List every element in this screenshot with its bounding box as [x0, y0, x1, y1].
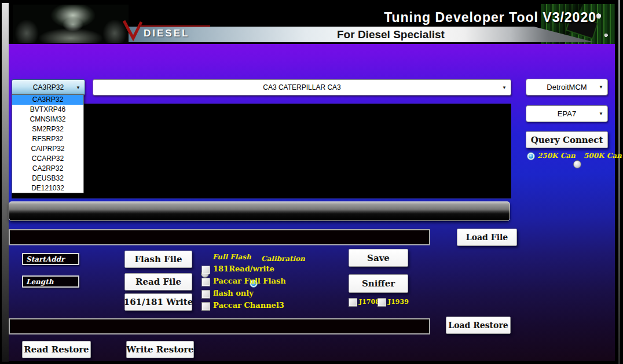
- console-output-box: [12, 104, 511, 198]
- list-item[interactable]: DE121032: [12, 183, 83, 193]
- flash-only-label: flash only: [213, 289, 254, 297]
- can-250k-label: 250K Can: [537, 152, 576, 160]
- paccar-channel3-checkbox[interactable]: [201, 302, 210, 311]
- ecu-combo-value: CA3 CATERPILLAR CA3: [263, 83, 341, 91]
- skull-logo-image: [13, 5, 129, 43]
- chevron-down-icon[interactable]: ▼: [76, 85, 80, 90]
- module-combo-value: DetroitMCM: [547, 83, 587, 91]
- ecu-combo[interactable]: CA3 CATERPILLAR CA3 ▼: [93, 79, 511, 95]
- device-list: CA3RP32 BVTXRP46 CMNSIM32 SM2RP32 RFSRP3…: [12, 94, 84, 193]
- file-path-field[interactable]: [9, 229, 430, 245]
- list-item[interactable]: CA2RP32: [12, 163, 83, 173]
- module-combo[interactable]: DetroitMCM ▼: [526, 79, 608, 95]
- device-combo[interactable]: CA3RP32 ▼: [12, 79, 85, 95]
- list-item[interactable]: CA3RP32: [12, 95, 83, 105]
- list-item[interactable]: BVTXRP46: [12, 105, 83, 115]
- calibration-label: Calibration: [261, 255, 305, 263]
- sniffer-button[interactable]: Sniffer: [349, 274, 408, 293]
- restore-path-field[interactable]: [9, 318, 430, 334]
- window-frame-left: [2, 3, 9, 362]
- load-file-button[interactable]: Load File: [457, 229, 517, 246]
- 181-read-write-checkbox[interactable]: [201, 266, 210, 274]
- window-frame-right: [618, 0, 620, 364]
- list-item[interactable]: CAIPRP32: [12, 144, 83, 154]
- 181-read-write-label: 181Read/write: [213, 264, 274, 273]
- paccar-full-flash-label: Paccar Full Flash: [213, 277, 286, 285]
- chevron-down-icon[interactable]: ▼: [599, 111, 603, 116]
- save-button[interactable]: Save: [349, 249, 408, 267]
- can-500k-label: 500K Can: [584, 152, 622, 160]
- list-item[interactable]: CCARP32: [12, 153, 83, 163]
- j1939-label: J1939: [388, 298, 409, 306]
- chevron-down-icon[interactable]: ▼: [599, 84, 603, 90]
- epa-combo[interactable]: EPA7 ▼: [526, 105, 608, 122]
- app-subtitle: For Diesel Specialist: [337, 28, 445, 41]
- start-addr-input[interactable]: StartAddr: [22, 253, 79, 265]
- read-file-button[interactable]: Read File: [124, 273, 192, 291]
- app-title: Tuning Developer Tool V3/2020: [384, 10, 596, 25]
- j1708-label: J1708: [359, 298, 380, 306]
- paccar-channel3-label: Paccar Channel3: [213, 301, 284, 310]
- header-banner: DIESEL Tuning Developer Tool V3/2020 For…: [9, 4, 615, 44]
- j1939-checkbox[interactable]: [378, 298, 386, 307]
- flash-file-button[interactable]: Flash File: [124, 251, 192, 268]
- length-input[interactable]: Length: [22, 275, 79, 288]
- brand-name: DIESEL: [144, 28, 189, 39]
- read-restore-button[interactable]: Read Restore: [22, 341, 91, 358]
- j1708-checkbox[interactable]: [349, 298, 357, 307]
- query-connect-button[interactable]: Query Connect: [526, 131, 608, 148]
- list-item[interactable]: RFSRP32: [12, 134, 83, 144]
- device-combo-value: CA3RP32: [33, 83, 64, 91]
- chevron-down-icon[interactable]: ▼: [502, 85, 507, 90]
- list-item[interactable]: CMNSIM32: [12, 115, 83, 124]
- can-500k-radio[interactable]: [573, 160, 581, 168]
- write-restore-button[interactable]: Write Restore: [126, 341, 194, 358]
- write-161-181-button[interactable]: 161/181 Write: [124, 293, 192, 311]
- list-item[interactable]: SM2RP32: [12, 124, 83, 134]
- full-flash-label: Full Flash: [212, 253, 251, 261]
- progress-bar: [9, 201, 510, 221]
- epa-combo-value: EPA7: [558, 109, 576, 118]
- load-restore-button[interactable]: Load Restore: [446, 317, 511, 334]
- can-250k-radio[interactable]: [527, 152, 535, 160]
- app-window: DIESEL Tuning Developer Tool V3/2020 For…: [0, 0, 623, 364]
- flash-only-checkbox[interactable]: [201, 290, 210, 299]
- paccar-full-flash-checkbox[interactable]: [201, 278, 210, 286]
- list-item[interactable]: DEUSB32: [12, 173, 83, 183]
